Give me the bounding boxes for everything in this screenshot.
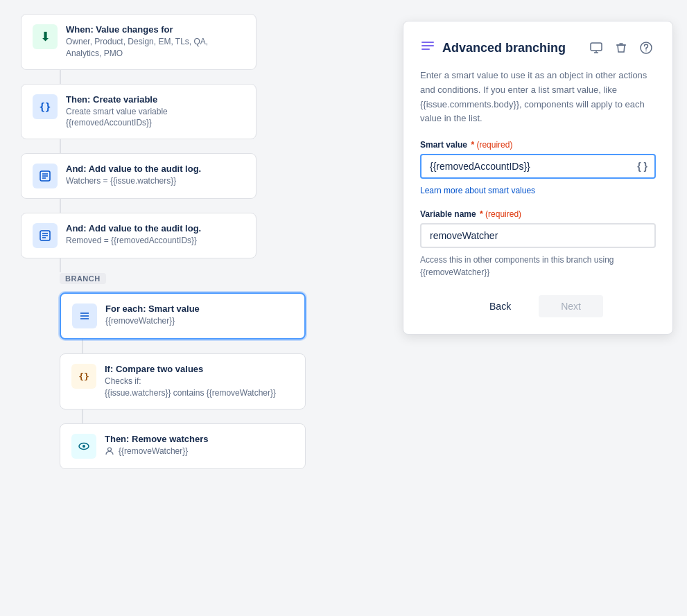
card-icon-1: ⬇ (33, 24, 58, 49)
right-panel: Advanced branching (403, 21, 673, 335)
card-sub-4: Removed = {{removedAccountIDs}} (66, 235, 245, 247)
card-icon-2: {} (33, 94, 58, 119)
branch-card-content-2: If: Compare two values Checks if: {{issu… (105, 364, 294, 399)
branch-label: BRANCH (60, 273, 106, 284)
panel-title-row: Advanced branching (420, 39, 566, 58)
svg-rect-17 (591, 43, 602, 51)
person-icon (105, 446, 114, 456)
smart-value-label: Smart value * (required) (420, 140, 656, 150)
branch-card-sub-row: {{removeWatcher}} (105, 446, 294, 457)
card-icon-4 (33, 223, 58, 248)
smart-value-icon-button[interactable]: { } (634, 159, 650, 173)
branch-card-title-1: For each: Smart value (105, 303, 293, 314)
svg-point-12 (82, 445, 85, 448)
panel-footer: Back Next (420, 295, 656, 317)
card-sub-3: Watchers = {{issue.watchers}} (66, 175, 245, 187)
branch-connector-2 (82, 410, 83, 423)
workflow-item-1: ⬇ When: Value changes for Owner, Product… (21, 14, 360, 84)
branch-wrapper-2: {} If: Compare two values Checks if: {{i… (60, 353, 306, 423)
variable-name-label: Variable name * (required) (420, 209, 656, 219)
branch-card-2[interactable]: {} If: Compare two values Checks if: {{i… (60, 353, 306, 410)
connector-3 (60, 199, 61, 213)
workflow-area: ⬇ When: Value changes for Owner, Product… (0, 0, 381, 616)
branch-card-3[interactable]: Then: Remove watchers {{removeWatcher}} (60, 423, 306, 469)
card-title-4: And: Add value to the audit log. (66, 223, 245, 234)
card-content-3: And: Add value to the audit log. Watcher… (66, 164, 245, 187)
workflow-card-3[interactable]: And: Add value to the audit log. Watcher… (21, 153, 256, 199)
branch-card-title-2: If: Compare two values (105, 364, 294, 374)
panel-header: Advanced branching (420, 38, 656, 58)
branch-card-1[interactable]: For each: Smart value {{removeWatcher}} (60, 292, 306, 340)
svg-rect-16 (421, 49, 430, 50)
branch-card-title-3: Then: Remove watchers (105, 434, 294, 444)
branch-card-sub-2a: Checks if: (105, 376, 294, 387)
panel-title: Advanced branching (442, 41, 566, 55)
branch-card-content-1: For each: Smart value {{removeWatcher}} (105, 303, 293, 327)
card-title-1: When: Value changes for (66, 24, 245, 35)
card-sub-2a: Create smart value variable (66, 106, 245, 118)
branch-connector-1 (82, 340, 83, 353)
help-button[interactable] (636, 38, 656, 58)
branch-card-icon-1 (72, 303, 97, 328)
card-title-3: And: Add value to the audit log. (66, 164, 245, 174)
smart-value-input-wrapper: { } (420, 154, 656, 179)
branch-card-icon-2: {} (71, 364, 96, 389)
workflow-card-2[interactable]: {} Then: Create variable Create smart va… (21, 84, 256, 140)
branch-card-sub-2b: {{issue.watchers}} contains {{removeWatc… (105, 387, 294, 399)
svg-rect-14 (421, 42, 434, 43)
connector-4 (60, 258, 61, 272)
card-title-2: Then: Create variable (66, 94, 245, 105)
monitor-button[interactable] (586, 38, 606, 58)
branch-card-content-3: Then: Remove watchers {{removeWatcher}} (105, 434, 294, 457)
learn-more-link[interactable]: Learn more about smart values (420, 186, 535, 195)
card-content-4: And: Add value to the audit log. Removed… (66, 223, 245, 247)
branch-wrapper-1: For each: Smart value {{removeWatcher}} (60, 292, 306, 353)
panel-description: Enter a smart value to use it as an obje… (420, 69, 656, 126)
card-content-1: When: Value changes for Owner, Product, … (66, 24, 245, 60)
access-note: Access this in other components in this … (420, 254, 656, 279)
variable-name-input[interactable] (420, 223, 656, 248)
branch-card-sub-1: {{removeWatcher}} (105, 315, 293, 327)
panel-title-icon (420, 39, 435, 58)
svg-point-13 (108, 448, 112, 451)
card-icon-3 (33, 164, 58, 188)
workflow-card-1[interactable]: ⬇ When: Value changes for Owner, Product… (21, 14, 256, 70)
workflow-item-2: {} Then: Create variable Create smart va… (21, 84, 360, 154)
workflow-card-4[interactable]: And: Add value to the audit log. Removed… (21, 213, 256, 258)
trash-button[interactable] (611, 38, 631, 58)
smart-value-field: Smart value * (required) { } Learn more … (420, 140, 656, 209)
branch-wrapper-3: Then: Remove watchers {{removeWatcher}} (60, 423, 306, 469)
smart-value-input[interactable] (420, 154, 656, 179)
branch-card-sub-3: {{removeWatcher}} (119, 446, 188, 457)
variable-name-field: Variable name * (required) Access this i… (420, 209, 656, 279)
back-button[interactable]: Back (473, 295, 528, 317)
connector-2 (60, 139, 61, 153)
card-sub-2b: {{removedAccountIDs}} (66, 117, 245, 129)
svg-rect-15 (421, 45, 434, 46)
svg-point-22 (645, 51, 647, 52)
branch-section: BRANCH For each: Smart value {{removeWat… (60, 272, 360, 469)
workflow-item-4: And: Add value to the audit log. Removed… (21, 213, 360, 272)
panel-actions (586, 38, 656, 58)
card-sub-1: Owner, Product, Design, EM, TLs, QA, Ana… (66, 36, 245, 60)
connector-1 (60, 70, 61, 84)
next-button[interactable]: Next (539, 295, 603, 317)
card-content-2: Then: Create variable Create smart value… (66, 94, 245, 130)
workflow-item-3: And: Add value to the audit log. Watcher… (21, 153, 360, 213)
branch-card-icon-3 (71, 434, 96, 459)
